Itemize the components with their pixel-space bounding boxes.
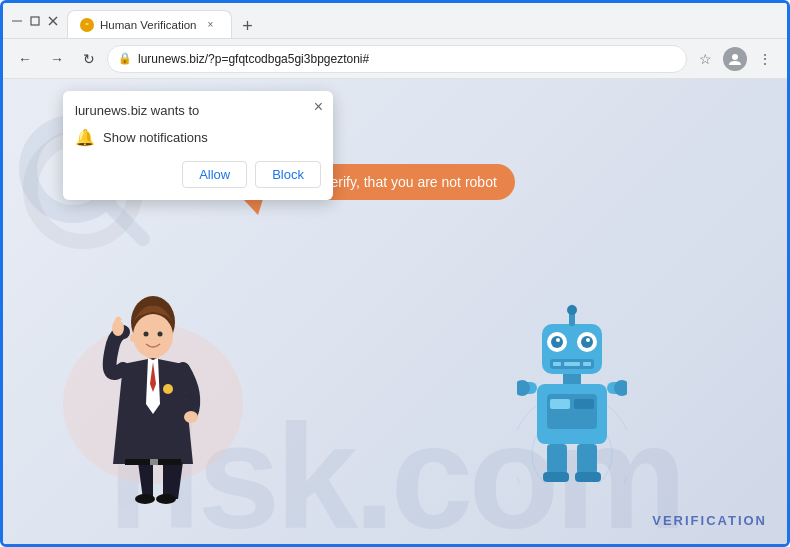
svg-rect-51 bbox=[543, 472, 569, 482]
svg-point-17 bbox=[135, 494, 155, 504]
svg-rect-50 bbox=[577, 444, 597, 474]
person-svg bbox=[83, 284, 223, 504]
svg-rect-21 bbox=[150, 459, 158, 465]
tab-title: Human Verification bbox=[100, 19, 197, 31]
svg-rect-52 bbox=[575, 472, 601, 482]
minimize-button[interactable] bbox=[11, 15, 23, 27]
svg-rect-0 bbox=[12, 20, 22, 21]
toolbar-right: ☆ ⋮ bbox=[691, 45, 779, 73]
title-bar: Human Verification × + bbox=[3, 3, 787, 39]
new-tab-button[interactable]: + bbox=[236, 14, 260, 38]
url-display: lurunews.biz/?p=gfqtcodbga5gi3bpgeztoni# bbox=[138, 52, 369, 66]
svg-rect-39 bbox=[583, 362, 591, 366]
svg-point-5 bbox=[732, 54, 738, 60]
tab-favicon bbox=[80, 18, 94, 32]
close-button[interactable] bbox=[47, 15, 59, 27]
svg-rect-1 bbox=[31, 17, 39, 25]
forward-button[interactable]: → bbox=[43, 45, 71, 73]
svg-rect-38 bbox=[564, 362, 580, 366]
menu-button[interactable]: ⋮ bbox=[751, 45, 779, 73]
tab-close-button[interactable]: × bbox=[203, 17, 219, 33]
maximize-button[interactable] bbox=[29, 15, 41, 27]
bookmark-button[interactable]: ☆ bbox=[691, 45, 719, 73]
block-button[interactable]: Block bbox=[255, 161, 321, 188]
svg-point-11 bbox=[144, 332, 149, 337]
svg-point-35 bbox=[586, 338, 590, 342]
svg-point-12 bbox=[158, 332, 163, 337]
profile-avatar[interactable] bbox=[723, 47, 747, 71]
popup-notification-label: Show notifications bbox=[103, 130, 208, 145]
refresh-button[interactable]: ↻ bbox=[75, 45, 103, 73]
person-character bbox=[83, 284, 223, 504]
window-controls bbox=[11, 15, 59, 27]
popup-title: lurunews.biz wants to bbox=[75, 103, 321, 118]
svg-point-16 bbox=[184, 411, 198, 423]
address-bar[interactable]: 🔒 lurunews.biz/?p=gfqtcodbga5gi3bpgezton… bbox=[107, 45, 687, 73]
svg-point-29 bbox=[567, 305, 577, 315]
tab-bar: Human Verification × + bbox=[67, 3, 779, 38]
notification-popup: × lurunews.biz wants to 🔔 Show notificat… bbox=[63, 91, 333, 200]
svg-point-32 bbox=[551, 336, 563, 348]
svg-point-10 bbox=[133, 314, 173, 358]
svg-rect-44 bbox=[574, 399, 594, 409]
svg-line-8 bbox=[108, 204, 143, 239]
verification-watermark: VERIFICATION bbox=[652, 513, 767, 528]
svg-rect-40 bbox=[563, 374, 581, 384]
svg-point-34 bbox=[556, 338, 560, 342]
omnibar: ← → ↻ 🔒 lurunews.biz/?p=gfqtcodbga5gi3bp… bbox=[3, 39, 787, 79]
allow-button[interactable]: Allow bbox=[182, 161, 247, 188]
page-content: risk.com bbox=[3, 79, 787, 544]
svg-point-15 bbox=[112, 320, 124, 336]
svg-point-13 bbox=[130, 334, 136, 342]
robot-svg bbox=[517, 304, 627, 484]
svg-point-19 bbox=[163, 384, 173, 394]
popup-actions: Allow Block bbox=[75, 161, 321, 188]
popup-notification-row: 🔔 Show notifications bbox=[75, 128, 321, 147]
svg-point-33 bbox=[581, 336, 593, 348]
bell-icon: 🔔 bbox=[75, 128, 95, 147]
back-button[interactable]: ← bbox=[11, 45, 39, 73]
svg-point-18 bbox=[156, 494, 176, 504]
popup-close-button[interactable]: × bbox=[314, 99, 323, 115]
lock-icon: 🔒 bbox=[118, 52, 132, 65]
browser-window: Human Verification × + ← → ↻ 🔒 lurunews.… bbox=[0, 0, 790, 547]
svg-rect-49 bbox=[547, 444, 567, 474]
svg-rect-43 bbox=[550, 399, 570, 409]
svg-rect-37 bbox=[553, 362, 561, 366]
active-tab[interactable]: Human Verification × bbox=[67, 10, 232, 38]
robot-character bbox=[517, 304, 627, 484]
